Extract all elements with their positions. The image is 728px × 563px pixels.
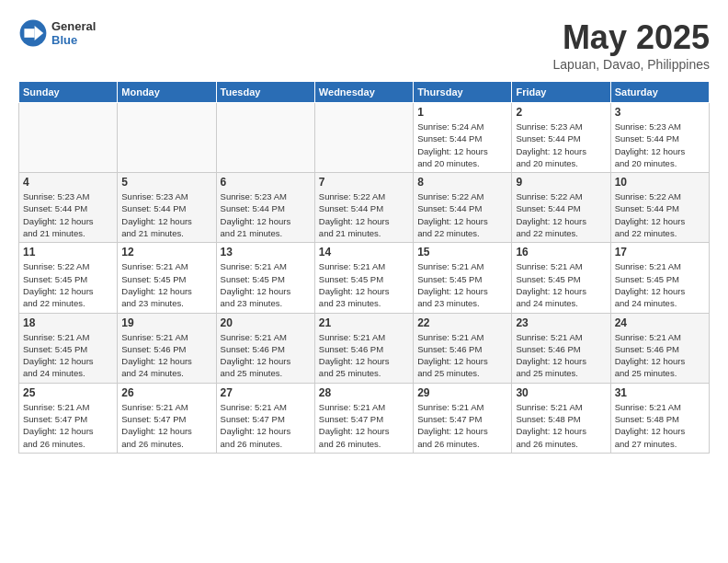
calendar-week-row: 11Sunrise: 5:22 AM Sunset: 5:45 PM Dayli…	[19, 243, 710, 313]
day-info: Sunrise: 5:23 AM Sunset: 5:44 PM Dayligh…	[221, 190, 311, 239]
day-number: 14	[319, 246, 409, 259]
calendar-week-row: 4Sunrise: 5:23 AM Sunset: 5:44 PM Daylig…	[19, 173, 710, 243]
calendar-cell: 1Sunrise: 5:24 AM Sunset: 5:44 PM Daylig…	[414, 103, 512, 173]
day-number: 24	[615, 316, 705, 329]
day-info: Sunrise: 5:21 AM Sunset: 5:47 PM Dayligh…	[23, 401, 113, 450]
day-info: Sunrise: 5:22 AM Sunset: 5:44 PM Dayligh…	[615, 190, 705, 239]
calendar-cell: 31Sunrise: 5:21 AM Sunset: 5:48 PM Dayli…	[610, 383, 709, 453]
day-number: 5	[121, 176, 211, 189]
calendar-cell: 7Sunrise: 5:22 AM Sunset: 5:44 PM Daylig…	[314, 173, 413, 243]
weekday-header: Saturday	[610, 82, 709, 103]
calendar-cell: 22Sunrise: 5:21 AM Sunset: 5:46 PM Dayli…	[414, 313, 512, 383]
logo-blue: Blue	[51, 33, 96, 47]
calendar: SundayMondayTuesdayWednesdayThursdayFrid…	[18, 81, 710, 454]
day-number: 22	[417, 316, 507, 329]
day-info: Sunrise: 5:22 AM Sunset: 5:44 PM Dayligh…	[516, 190, 606, 239]
calendar-cell: 29Sunrise: 5:21 AM Sunset: 5:47 PM Dayli…	[414, 383, 512, 453]
page-header: General Blue May 2025 Lapuan, Davao, Phi…	[18, 18, 710, 72]
calendar-cell: 6Sunrise: 5:23 AM Sunset: 5:44 PM Daylig…	[216, 173, 314, 243]
day-info: Sunrise: 5:21 AM Sunset: 5:45 PM Dayligh…	[417, 260, 507, 309]
day-number: 30	[516, 386, 606, 399]
calendar-cell: 28Sunrise: 5:21 AM Sunset: 5:47 PM Dayli…	[314, 383, 413, 453]
day-number: 18	[23, 316, 113, 329]
calendar-cell: 9Sunrise: 5:22 AM Sunset: 5:44 PM Daylig…	[512, 173, 610, 243]
day-info: Sunrise: 5:21 AM Sunset: 5:47 PM Dayligh…	[221, 401, 311, 450]
day-info: Sunrise: 5:23 AM Sunset: 5:44 PM Dayligh…	[615, 121, 705, 169]
day-number: 7	[319, 176, 409, 189]
day-info: Sunrise: 5:21 AM Sunset: 5:45 PM Dayligh…	[615, 260, 705, 309]
month-title: May 2025	[553, 18, 710, 57]
calendar-cell: 5Sunrise: 5:23 AM Sunset: 5:44 PM Daylig…	[118, 173, 216, 243]
calendar-cell	[314, 103, 413, 173]
calendar-cell	[118, 103, 216, 173]
day-info: Sunrise: 5:24 AM Sunset: 5:44 PM Dayligh…	[417, 121, 507, 169]
calendar-cell: 13Sunrise: 5:21 AM Sunset: 5:45 PM Dayli…	[216, 243, 314, 313]
day-number: 8	[417, 176, 507, 189]
logo-text: General Blue	[51, 19, 96, 47]
day-number: 2	[516, 106, 606, 119]
day-info: Sunrise: 5:21 AM Sunset: 5:45 PM Dayligh…	[319, 260, 409, 309]
calendar-cell: 11Sunrise: 5:22 AM Sunset: 5:45 PM Dayli…	[19, 243, 118, 313]
calendar-week-row: 18Sunrise: 5:21 AM Sunset: 5:45 PM Dayli…	[19, 313, 710, 383]
calendar-cell: 24Sunrise: 5:21 AM Sunset: 5:46 PM Dayli…	[610, 313, 709, 383]
calendar-cell: 17Sunrise: 5:21 AM Sunset: 5:45 PM Dayli…	[610, 243, 709, 313]
day-number: 6	[221, 176, 311, 189]
calendar-cell: 16Sunrise: 5:21 AM Sunset: 5:45 PM Dayli…	[512, 243, 610, 313]
day-info: Sunrise: 5:21 AM Sunset: 5:47 PM Dayligh…	[319, 401, 409, 450]
day-number: 12	[121, 246, 211, 259]
calendar-cell: 19Sunrise: 5:21 AM Sunset: 5:46 PM Dayli…	[118, 313, 216, 383]
day-info: Sunrise: 5:21 AM Sunset: 5:46 PM Dayligh…	[121, 331, 211, 380]
weekday-header: Wednesday	[314, 82, 413, 103]
weekday-header: Monday	[118, 82, 216, 103]
day-number: 21	[319, 316, 409, 329]
day-number: 29	[417, 386, 507, 399]
day-number: 20	[221, 316, 311, 329]
day-number: 13	[221, 246, 311, 259]
day-info: Sunrise: 5:21 AM Sunset: 5:46 PM Dayligh…	[221, 331, 311, 380]
calendar-cell: 23Sunrise: 5:21 AM Sunset: 5:46 PM Dayli…	[512, 313, 610, 383]
day-info: Sunrise: 5:23 AM Sunset: 5:44 PM Dayligh…	[23, 190, 113, 239]
calendar-cell: 14Sunrise: 5:21 AM Sunset: 5:45 PM Dayli…	[314, 243, 413, 313]
logo: General Blue	[18, 18, 96, 48]
day-info: Sunrise: 5:22 AM Sunset: 5:45 PM Dayligh…	[23, 260, 113, 309]
day-info: Sunrise: 5:21 AM Sunset: 5:46 PM Dayligh…	[516, 331, 606, 380]
day-number: 1	[417, 106, 507, 119]
calendar-cell: 10Sunrise: 5:22 AM Sunset: 5:44 PM Dayli…	[610, 173, 709, 243]
day-info: Sunrise: 5:22 AM Sunset: 5:44 PM Dayligh…	[319, 190, 409, 239]
calendar-cell: 20Sunrise: 5:21 AM Sunset: 5:46 PM Dayli…	[216, 313, 314, 383]
day-info: Sunrise: 5:21 AM Sunset: 5:45 PM Dayligh…	[121, 260, 211, 309]
day-number: 17	[615, 246, 705, 259]
day-info: Sunrise: 5:23 AM Sunset: 5:44 PM Dayligh…	[516, 121, 606, 169]
calendar-cell: 25Sunrise: 5:21 AM Sunset: 5:47 PM Dayli…	[19, 383, 118, 453]
calendar-cell: 18Sunrise: 5:21 AM Sunset: 5:45 PM Dayli…	[19, 313, 118, 383]
day-number: 11	[23, 246, 113, 259]
day-info: Sunrise: 5:21 AM Sunset: 5:45 PM Dayligh…	[221, 260, 311, 309]
day-number: 31	[615, 386, 705, 399]
day-number: 4	[23, 176, 113, 189]
calendar-cell: 15Sunrise: 5:21 AM Sunset: 5:45 PM Dayli…	[414, 243, 512, 313]
calendar-cell: 27Sunrise: 5:21 AM Sunset: 5:47 PM Dayli…	[216, 383, 314, 453]
calendar-cell: 12Sunrise: 5:21 AM Sunset: 5:45 PM Dayli…	[118, 243, 216, 313]
logo-icon	[18, 18, 48, 48]
day-info: Sunrise: 5:21 AM Sunset: 5:47 PM Dayligh…	[121, 401, 211, 450]
calendar-cell: 3Sunrise: 5:23 AM Sunset: 5:44 PM Daylig…	[610, 103, 709, 173]
day-number: 19	[121, 316, 211, 329]
weekday-header: Thursday	[414, 82, 512, 103]
calendar-cell: 8Sunrise: 5:22 AM Sunset: 5:44 PM Daylig…	[414, 173, 512, 243]
day-info: Sunrise: 5:21 AM Sunset: 5:46 PM Dayligh…	[417, 331, 507, 380]
weekday-header: Friday	[512, 82, 610, 103]
calendar-cell: 2Sunrise: 5:23 AM Sunset: 5:44 PM Daylig…	[512, 103, 610, 173]
calendar-cell	[216, 103, 314, 173]
calendar-week-row: 1Sunrise: 5:24 AM Sunset: 5:44 PM Daylig…	[19, 103, 710, 173]
day-number: 9	[516, 176, 606, 189]
day-number: 15	[417, 246, 507, 259]
day-info: Sunrise: 5:21 AM Sunset: 5:48 PM Dayligh…	[516, 401, 606, 450]
day-number: 26	[121, 386, 211, 399]
calendar-week-row: 25Sunrise: 5:21 AM Sunset: 5:47 PM Dayli…	[19, 383, 710, 453]
day-info: Sunrise: 5:22 AM Sunset: 5:44 PM Dayligh…	[417, 190, 507, 239]
day-info: Sunrise: 5:21 AM Sunset: 5:46 PM Dayligh…	[615, 331, 705, 380]
day-number: 25	[23, 386, 113, 399]
day-info: Sunrise: 5:21 AM Sunset: 5:47 PM Dayligh…	[417, 401, 507, 450]
day-number: 28	[319, 386, 409, 399]
day-info: Sunrise: 5:21 AM Sunset: 5:48 PM Dayligh…	[615, 401, 705, 450]
